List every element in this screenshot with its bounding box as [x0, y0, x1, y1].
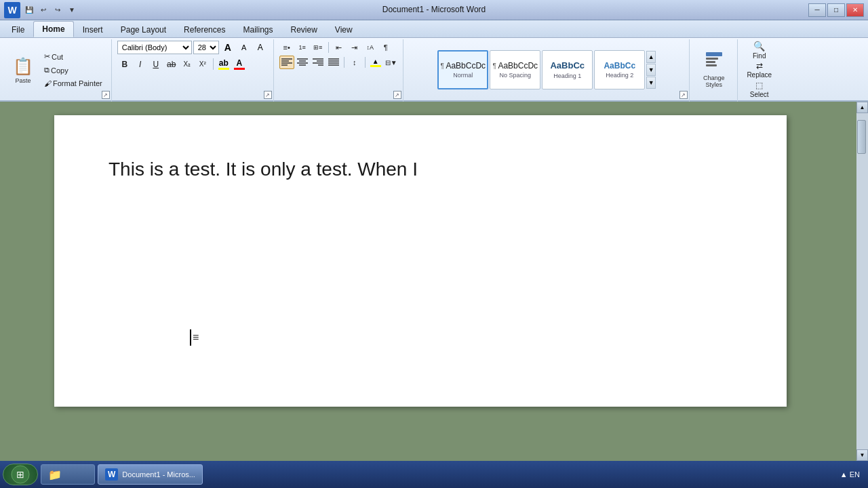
tab-file[interactable]: File — [3, 22, 33, 37]
cut-button[interactable]: ✂ Cut — [41, 50, 106, 63]
paragraph-expand-button[interactable]: ↗ — [393, 91, 401, 99]
close-button[interactable]: ✕ — [846, 3, 864, 17]
align-center-button[interactable] — [295, 56, 310, 69]
svg-rect-16 — [706, 52, 722, 56]
sort-button[interactable]: ↕A — [363, 41, 378, 54]
undo-button[interactable]: ↩ — [37, 4, 50, 16]
no-spacing-style-card[interactable]: ¶ AaBbCcDc No Spacing — [490, 50, 540, 89]
shading-button[interactable]: ▲ — [368, 56, 383, 68]
taskbar-word-label: Document1 - Micros... — [122, 470, 195, 479]
styles-expand-button[interactable]: ↗ — [679, 91, 688, 99]
tab-references[interactable]: References — [175, 22, 234, 37]
select-button[interactable]: ⬚ Select — [743, 80, 776, 99]
subscript-button[interactable]: X₂ — [180, 58, 195, 71]
editing-group: 🔍 Find ⇄ Replace ⬚ Select Editing — [739, 39, 780, 111]
styles-gallery-container: ¶ AaBbCcDc Normal ¶ AaBbCcDc No Spacing … — [437, 41, 656, 99]
no-spacing-style-preview: ¶ AaBbCcDc — [492, 61, 538, 70]
strikethrough-button[interactable]: ab — [164, 58, 179, 71]
underline-button[interactable]: U — [149, 58, 163, 71]
tab-view[interactable]: View — [326, 22, 361, 37]
svg-rect-18 — [706, 61, 715, 63]
bullets-button[interactable]: ≡• — [279, 41, 294, 54]
tab-review[interactable]: Review — [281, 22, 326, 37]
document-content[interactable]: This is a test. It is only a test. When … — [108, 156, 732, 182]
clipboard-expand-button[interactable]: ↗ — [102, 91, 110, 99]
change-styles-group: Change Styles — [691, 39, 738, 111]
word-logo-icon: W — [4, 2, 20, 18]
replace-icon: ⇄ — [756, 61, 763, 70]
styles-scroll-buttons: ▲ ▼ ▼ — [646, 51, 656, 89]
window-controls: ─ □ ✕ — [808, 3, 864, 17]
styles-gallery: ¶ AaBbCcDc Normal ¶ AaBbCcDc No Spacing … — [437, 50, 645, 89]
heading2-style-preview: AaBbCc — [604, 61, 635, 70]
styles-more-button[interactable]: ▼ — [646, 77, 656, 89]
font-size-select[interactable]: 28 — [193, 41, 219, 54]
grow-font-button[interactable]: A — [220, 41, 235, 54]
shrink-font-button[interactable]: A — [237, 41, 252, 54]
font-name-select[interactable]: Calibri (Body) — [117, 41, 192, 54]
numbering-button[interactable]: 1≡ — [295, 41, 310, 54]
line-spacing-button[interactable]: ↕ — [347, 56, 362, 69]
tab-insert[interactable]: Insert — [74, 22, 112, 37]
font-color-button[interactable]: A — [232, 57, 247, 71]
tab-pagelayout[interactable]: Page Layout — [112, 22, 175, 37]
editing-group-content: 🔍 Find ⇄ Replace ⬚ Select — [743, 41, 776, 99]
italic-button[interactable]: I — [133, 58, 148, 71]
text-highlight-button[interactable]: ab — [216, 57, 231, 71]
tab-home[interactable]: Home — [33, 21, 73, 37]
align-right-button[interactable] — [311, 56, 326, 69]
clipboard-group-content: 📋 Paste ✂ Cut ⧉ Copy 🖌 Format Painter — [7, 41, 106, 99]
scroll-thumb[interactable] — [857, 120, 866, 154]
change-styles-button[interactable]: Change Styles — [695, 50, 733, 89]
increase-indent-button[interactable]: ⇥ — [347, 41, 362, 54]
clear-formatting-button[interactable]: A — [253, 41, 268, 54]
vertical-scrollbar: ▲ ▼ — [856, 102, 868, 461]
taskbar-word-item[interactable]: W Document1 - Micros... — [98, 464, 203, 485]
show-marks-button[interactable]: ¶ — [378, 41, 393, 54]
styles-scroll-down-button[interactable]: ▼ — [646, 64, 656, 76]
heading1-style-card[interactable]: AaBbCc Heading 1 — [542, 50, 593, 89]
document-page[interactable]: This is a test. It is only a test. When … — [54, 115, 787, 407]
replace-button[interactable]: ⇄ Replace — [743, 60, 776, 79]
styles-scroll-up-button[interactable]: ▲ — [646, 51, 656, 63]
document-area: This is a test. It is only a test. When … — [0, 102, 868, 461]
cursor-paragraph-mark: ≡ — [193, 331, 199, 344]
taskbar: ⊞ 📁 W Document1 - Micros... ▲ EN — [0, 461, 868, 488]
svg-rect-17 — [706, 58, 718, 60]
scroll-down-button[interactable]: ▼ — [856, 449, 868, 461]
find-button[interactable]: 🔍 Find — [743, 41, 776, 60]
scroll-up-button[interactable]: ▲ — [856, 102, 868, 113]
svg-rect-19 — [706, 64, 717, 66]
ribbon: 📋 Paste ✂ Cut ⧉ Copy 🖌 Format Painter — [0, 38, 868, 102]
font-expand-button[interactable]: ↗ — [264, 91, 272, 99]
paste-button[interactable]: 📋 Paste — [7, 50, 39, 89]
highlight-color-bar — [218, 68, 229, 70]
justify-button[interactable] — [326, 56, 341, 69]
align-left-button[interactable] — [279, 56, 294, 69]
maximize-button[interactable]: □ — [827, 3, 845, 17]
redo-button[interactable]: ↪ — [52, 4, 64, 16]
decrease-indent-button[interactable]: ⇤ — [332, 41, 347, 54]
normal-style-card[interactable]: ¶ AaBbCcDc Normal — [437, 50, 488, 89]
start-button[interactable]: ⊞ — [3, 464, 38, 485]
tab-mailings[interactable]: Mailings — [234, 22, 281, 37]
customize-quick-access-button[interactable]: ▼ — [66, 4, 78, 16]
multilevel-list-button[interactable]: ⊞≡ — [311, 41, 326, 54]
change-styles-icon — [705, 51, 724, 74]
taskbar-folder-item[interactable]: 📁 — [41, 464, 95, 485]
borders-button[interactable]: ⊟▼ — [384, 56, 399, 69]
scroll-track — [856, 113, 868, 449]
font-color-bar — [234, 68, 245, 70]
minimize-button[interactable]: ─ — [808, 3, 826, 17]
paste-icon: 📋 — [12, 56, 34, 77]
heading2-style-label: Heading 2 — [606, 72, 633, 79]
bold-button[interactable]: B — [117, 58, 132, 71]
save-button[interactable]: 💾 — [23, 4, 35, 16]
format-painter-button[interactable]: 🖌 Format Painter — [41, 77, 106, 89]
para-sep1 — [328, 42, 329, 53]
superscript-button[interactable]: X² — [195, 58, 210, 71]
folder-icon: 📁 — [48, 468, 62, 481]
copy-button[interactable]: ⧉ Copy — [41, 64, 106, 77]
system-tray: ▲ EN — [835, 470, 865, 479]
heading2-style-card[interactable]: AaBbCc Heading 2 — [594, 50, 645, 89]
